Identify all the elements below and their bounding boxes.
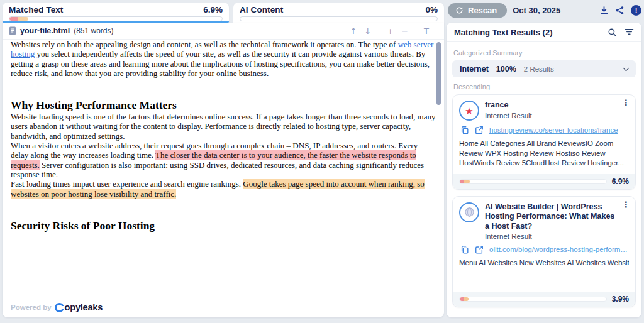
result-match-percent: 6.9% [612,177,629,186]
sort-order-label: Descending [453,83,636,90]
doc-paragraph: Website loading speed is one of the fact… [11,112,436,141]
ai-content-progressbar [240,16,438,21]
download-icon[interactable] [599,6,609,15]
share-icon[interactable] [615,6,625,15]
categorized-summary-label: Categorized Summary [453,49,636,57]
document-viewport: Websites rely on both the appealing desi… [3,40,444,317]
prev-match-icon[interactable]: ↑ [350,26,357,36]
result-snippet: Menu AI Websites New Websites AI Website… [459,258,629,268]
results-panel: Matching Text Results (2) Categorized Su… [447,23,641,317]
result-type: Internet Result [485,112,532,119]
powered-by-label: Powered by [11,304,52,311]
copy-icon[interactable] [460,245,469,254]
result-title: AI Website Builder | WordPress Hosting P… [485,202,619,232]
doc-heading: Security Risks of Poor Hosting [11,219,436,233]
result-card-olitt[interactable]: ⋮ AI Website Builder | WordPress Hosting… [452,196,636,307]
result-title: france [485,101,532,111]
result-url-link[interactable]: olitt.com/blog/wordpress-hosting-perform… [489,246,629,253]
doc-paragraph: When a visitor enters a website address,… [11,141,436,179]
document-content: Websites rely on both the appealing desi… [3,40,444,233]
tab-ai-content[interactable]: AI Content 0% [233,3,444,23]
results-title: Matching Text Results (2) [454,28,553,37]
rescan-icon [455,6,464,14]
category-name: Internet [460,65,489,74]
copyleaks-logo-icon [55,303,64,312]
category-percent: 100% [496,65,516,74]
ai-content-percent: 0% [425,5,438,14]
text-segment: Server configuration is also important: … [11,160,424,179]
external-link-icon[interactable] [475,245,484,254]
matched-text-label: Matched Text [9,5,63,14]
text-size-icon[interactable]: T [424,26,429,36]
filter-icon[interactable] [625,28,634,37]
active-tab-indicator [3,21,229,23]
rescan-button[interactable]: Rescan [448,3,507,18]
kebab-menu-icon[interactable]: ⋮ [622,99,630,107]
chevron-down-icon [623,65,630,71]
copy-icon[interactable] [460,126,469,134]
doc-paragraph: Fast loading times impact user experienc… [11,179,436,199]
text-segment: you select independently affects the spe… [11,49,430,78]
star-icon: ★ [465,106,473,116]
next-match-icon[interactable]: ↓ [364,26,371,36]
external-link-icon[interactable] [475,126,484,134]
document-panel: your-file.html (851 words) ↑ ↓ + − T Web… [3,23,444,317]
result-url-link[interactable]: hostingreview.co/server-locations/france [489,126,618,134]
category-result-count: 2 Results [524,65,554,73]
copyleaks-report-app: Matched Text 6.9% AI Content 0% Rescan O… [0,0,644,323]
report-header: Rescan Oct 30, 2025 ! [448,2,641,18]
search-icon[interactable] [608,28,617,37]
zoom-out-icon[interactable]: − [401,26,408,36]
file-icon [9,26,16,35]
document-scrollbar-thumb[interactable] [436,42,441,105]
copyleaks-logo-text: opyleaks [65,302,103,312]
toolbar-divider [379,26,379,35]
file-name: your-file.html [20,26,70,35]
result-match-bar [459,179,607,184]
result-match-percent: 3.9% [612,295,629,304]
zoom-in-icon[interactable]: + [387,26,394,36]
ai-content-label: AI Content [240,5,283,14]
result-favicon [459,202,479,222]
result-match-bar [459,297,607,302]
result-snippet: Home All Categories All Brand ReviewsIO … [459,139,629,168]
matched-text-percent: 6.9% [203,5,223,14]
doc-paragraph: Websites rely on both the appealing desi… [11,40,436,78]
category-internet-row[interactable]: Internet 100% 2 Results [452,60,636,77]
text-segment: Websites rely on both the appealing desi… [11,40,398,49]
toolbar-divider [416,26,416,35]
text-segment: Website loading speed is one of the fact… [11,112,435,141]
file-word-count: (851 words) [74,26,113,35]
doc-heading: Why Hosting Performance Matters [11,99,436,112]
kebab-menu-icon[interactable]: ⋮ [622,200,630,209]
text-segment: Fast loading times impact user experienc… [11,179,243,189]
result-card-france[interactable]: ⋮ ★ france Internet Result [452,94,636,190]
scan-date: Oct 30, 2025 [513,6,560,15]
result-type: Internet Result [485,233,619,240]
powered-by-footer: Powered by opyleaks [11,302,103,312]
rescan-label: Rescan [468,6,497,15]
alert-icon[interactable]: ! [631,5,641,16]
document-toolbar: your-file.html (851 words) ↑ ↓ + − T [3,23,444,40]
result-favicon: ★ [459,101,479,121]
globe-icon [464,207,475,217]
